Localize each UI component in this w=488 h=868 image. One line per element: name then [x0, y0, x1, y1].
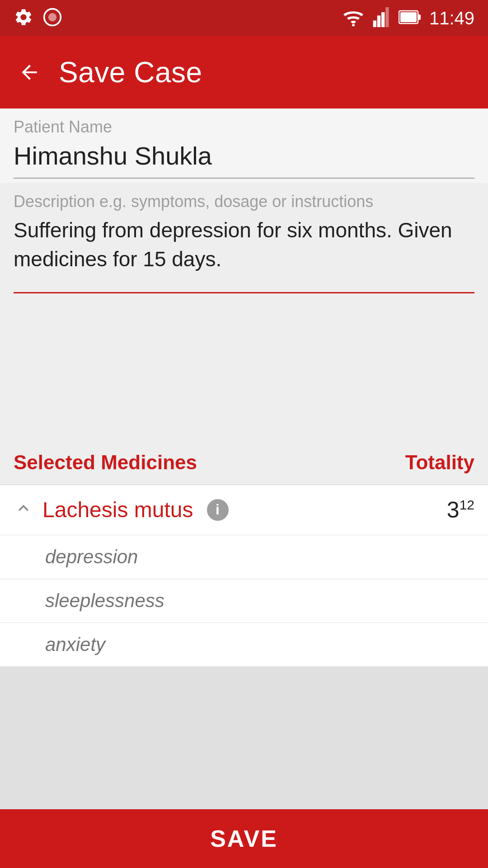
symptom-text-1: depression [45, 546, 138, 567]
description-section: Description e.g. symptoms, dosage or ins… [0, 183, 488, 440]
medicine-item[interactable]: Lachesis mutus i 312 [0, 485, 488, 535]
wifi-icon [343, 8, 364, 28]
symptom-text-3: anxiety [45, 634, 105, 655]
status-bar: 11:49 [0, 0, 488, 36]
medicine-totality: 312 [447, 497, 474, 523]
symptom-text-2: sleeplessness [45, 590, 164, 611]
medicine-name: Lachesis mutus [42, 497, 193, 522]
scrollable-content: Patient Name Himanshu Shukla Description… [0, 108, 488, 809]
description-value[interactable]: Suffering from depression for six months… [14, 216, 474, 274]
symptom-row-3: anxiety [0, 623, 488, 667]
back-button[interactable] [14, 57, 45, 88]
svg-rect-8 [418, 14, 421, 20]
signal-icon [372, 7, 390, 29]
app-bar-title: Save Case [59, 56, 202, 89]
svg-rect-5 [381, 12, 385, 27]
totality-header: Totality [405, 451, 474, 474]
svg-rect-9 [400, 12, 417, 22]
symptom-row-2: sleeplessness [0, 579, 488, 623]
symptom-row-1: depression [0, 535, 488, 579]
save-button[interactable]: SAVE [0, 809, 488, 868]
medicines-header: Selected Medicines Totality [0, 440, 488, 485]
patient-name-value[interactable]: Himanshu Shukla [14, 141, 474, 179]
sync-icon [42, 7, 62, 29]
description-label: Description e.g. symptoms, dosage or ins… [14, 192, 474, 211]
battery-icon [399, 9, 421, 27]
svg-rect-6 [385, 7, 389, 27]
gear-icon [14, 7, 33, 29]
svg-rect-4 [377, 15, 380, 27]
status-bar-right: 11:49 [343, 7, 474, 29]
info-icon[interactable]: i [207, 499, 229, 521]
svg-rect-3 [373, 20, 376, 27]
status-time: 11:49 [429, 8, 474, 28]
empty-space [0, 667, 488, 809]
description-underline [14, 292, 474, 293]
medicines-title: Selected Medicines [14, 451, 197, 474]
medicine-item-left: Lachesis mutus i [14, 497, 229, 522]
medicines-section: Selected Medicines Totality Lachesis mut… [0, 440, 488, 667]
patient-name-label: Patient Name [14, 118, 474, 137]
svg-point-2 [352, 24, 355, 26]
patient-name-section: Patient Name Himanshu Shukla [0, 108, 488, 183]
page-body: Patient Name Himanshu Shukla Description… [0, 108, 488, 868]
svg-point-1 [48, 13, 56, 21]
status-bar-left [14, 7, 62, 29]
app-bar: Save Case [0, 36, 488, 108]
collapse-icon[interactable] [14, 498, 33, 521]
